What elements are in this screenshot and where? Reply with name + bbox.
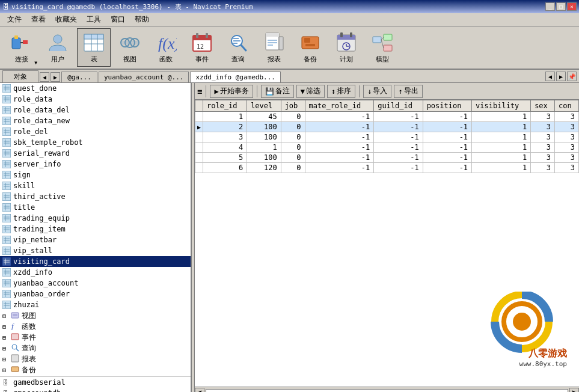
cell-job-2[interactable]: 0 — [281, 132, 305, 142]
table-row[interactable]: 61200-1-1-1133 — [195, 163, 579, 173]
cell-guild-id-3[interactable]: -1 — [374, 142, 423, 153]
col-level[interactable]: level — [247, 100, 281, 112]
tool-query[interactable]: 查询 — [221, 28, 255, 67]
col-guild-id[interactable]: guild_id — [374, 100, 423, 112]
col-job[interactable]: job — [281, 100, 305, 112]
cell-mate-role-id-0[interactable]: -1 — [305, 112, 374, 122]
cell-guild-id-2[interactable]: -1 — [374, 132, 423, 142]
col-con[interactable]: con — [555, 100, 579, 112]
import-button[interactable]: ↓ 导入 — [363, 85, 391, 98]
minimize-button[interactable]: _ — [545, 2, 555, 11]
cell-mate-role-id-2[interactable]: -1 — [305, 132, 374, 142]
close-button[interactable]: ✕ — [567, 2, 577, 11]
table-row[interactable]: ▶21000-1-1-1133 — [195, 122, 579, 132]
sidebar-item-title[interactable]: title — [0, 202, 191, 213]
col-mate-role-id[interactable]: mate_role_id — [305, 100, 374, 112]
cell-role-id-4[interactable]: 5 — [203, 153, 247, 163]
sidebar-item-yuanbao-order[interactable]: yuanbao_order — [0, 289, 191, 299]
sidebar-item-third-active[interactable]: third_active — [0, 191, 191, 202]
table-row[interactable]: 1450-1-1-1133 — [195, 112, 579, 122]
cell-level-2[interactable]: 100 — [247, 132, 281, 142]
cell-visibility-1[interactable]: 1 — [472, 122, 531, 132]
menu-view[interactable]: 查看 — [26, 13, 51, 26]
scroll-left-btn[interactable]: ◀ — [195, 388, 204, 393]
tab-extra-icon[interactable]: 📌 — [567, 72, 577, 81]
table-row[interactable]: 31000-1-1-1133 — [195, 132, 579, 142]
tool-connect[interactable]: 连接 — [5, 28, 38, 67]
cell-visibility-2[interactable]: 1 — [472, 132, 531, 142]
cell-position-5[interactable]: -1 — [423, 163, 471, 173]
menu-tools[interactable]: 工具 — [82, 13, 106, 26]
menu-window[interactable]: 窗口 — [106, 13, 130, 26]
cell-guild-id-1[interactable]: -1 — [374, 122, 423, 132]
menu-help[interactable]: 帮助 — [130, 13, 154, 26]
cell-guild-id-0[interactable]: -1 — [374, 112, 423, 122]
cell-con-0[interactable]: 3 — [555, 112, 579, 122]
sidebar-item-vip-netbar[interactable]: vip_netbar — [0, 234, 191, 245]
cell-sex-3[interactable]: 3 — [531, 142, 555, 153]
cell-con-5[interactable]: 3 — [555, 163, 579, 173]
sidebar-tree-event[interactable]: ⊞ 事件 — [0, 332, 191, 343]
scroll-right-btn[interactable]: ▶ — [569, 388, 579, 393]
cell-job-1[interactable]: 0 — [281, 122, 305, 132]
sidebar-item-serial-reward[interactable]: serial_reward — [0, 148, 191, 159]
export-button[interactable]: ↑ 导出 — [394, 85, 422, 98]
tool-backup[interactable]: 备份 — [293, 28, 327, 67]
tool-event[interactable]: 12 事件 — [185, 28, 219, 67]
sidebar-db-gamedbserial[interactable]: 🗄 gamedbserial — [0, 377, 191, 388]
cell-con-2[interactable]: 3 — [555, 132, 579, 142]
table-row[interactable]: 51000-1-1-1133 — [195, 153, 579, 163]
cell-sex-5[interactable]: 3 — [531, 163, 555, 173]
cell-role-id-3[interactable]: 4 — [203, 142, 247, 153]
cell-mate-role-id-4[interactable]: -1 — [305, 153, 374, 163]
tool-view[interactable]: 视图 — [113, 28, 147, 67]
cell-mate-role-id-1[interactable]: -1 — [305, 122, 374, 132]
tool-table[interactable]: 表 — [77, 28, 111, 67]
tool-func[interactable]: f(x) 函数 — [149, 28, 183, 67]
cell-con-3[interactable]: 3 — [555, 142, 579, 153]
cell-sex-1[interactable]: 3 — [531, 122, 555, 132]
cell-position-3[interactable]: -1 — [423, 142, 471, 153]
cell-visibility-3[interactable]: 1 — [472, 142, 531, 153]
sidebar-item-trading-equip[interactable]: trading_equip — [0, 213, 191, 224]
sidebar-tree-query[interactable]: ⊞ 查询 — [0, 343, 191, 354]
sidebar-item-trading-item[interactable]: trading_item — [0, 224, 191, 234]
menu-button[interactable]: ≡ — [197, 87, 202, 96]
cell-sex-4[interactable]: 3 — [531, 153, 555, 163]
cell-role-id-0[interactable]: 1 — [203, 112, 247, 122]
cell-job-0[interactable]: 0 — [281, 112, 305, 122]
h-scrollbar[interactable] — [206, 389, 568, 393]
sidebar-item-xzdd-info[interactable]: xzdd_info — [0, 267, 191, 278]
sidebar-item-zhuzai[interactable]: zhuzai — [0, 299, 191, 310]
sidebar-item-visiting-card[interactable]: visiting_card — [0, 256, 191, 267]
col-visibility[interactable]: visibility — [472, 100, 531, 112]
sidebar-item-role-data[interactable]: role_data — [0, 94, 191, 105]
menu-file[interactable]: 文件 — [2, 13, 26, 26]
cell-position-1[interactable]: -1 — [423, 122, 471, 132]
menu-favorites[interactable]: 收藏夹 — [51, 13, 82, 26]
tab-scroll-left[interactable]: ◀ — [40, 72, 49, 82]
filter-button[interactable]: ▼ 筛选 — [296, 85, 325, 98]
sidebar-item-role-del[interactable]: role_del — [0, 126, 191, 137]
window-controls[interactable]: _ □ ✕ — [545, 2, 577, 11]
cell-job-3[interactable]: 0 — [281, 142, 305, 153]
sidebar-item-yuanbao-account[interactable]: yuanbao_account — [0, 278, 191, 289]
cell-con-1[interactable]: 3 — [555, 122, 579, 132]
cell-role-id-5[interactable]: 6 — [203, 163, 247, 173]
tool-schedule[interactable]: 计划 — [329, 28, 363, 67]
cell-guild-id-5[interactable]: -1 — [374, 163, 423, 173]
tool-model[interactable]: 模型 — [366, 28, 399, 67]
maximize-button[interactable]: □ — [556, 2, 566, 11]
cell-role-id-1[interactable]: 2 — [203, 122, 247, 132]
cell-level-4[interactable]: 100 — [247, 153, 281, 163]
sidebar-item-vip-stall[interactable]: vip_stall — [0, 245, 191, 256]
data-table-wrapper[interactable]: role_id level job mate_role_id guild_id … — [195, 100, 579, 387]
cell-position-0[interactable]: -1 — [423, 112, 471, 122]
tab-extra-right[interactable]: ▶ — [556, 72, 566, 81]
cell-visibility-5[interactable]: 1 — [472, 163, 531, 173]
cell-level-1[interactable]: 100 — [247, 122, 281, 132]
cell-visibility-4[interactable]: 1 — [472, 153, 531, 163]
cell-job-4[interactable]: 0 — [281, 153, 305, 163]
cell-sex-2[interactable]: 3 — [531, 132, 555, 142]
backup-note-button[interactable]: 💾 备注 — [261, 85, 294, 98]
